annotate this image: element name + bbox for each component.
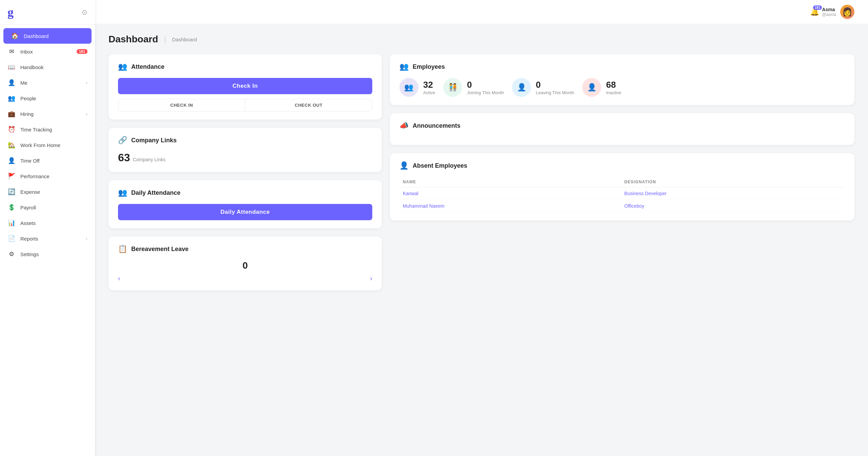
inactive-stat-label: Inactive [606,90,621,95]
active-stat-label: Active [423,90,435,95]
handbook-icon: 📖 [7,63,16,71]
company-links-count: 63 [118,151,130,164]
announcements-header: 📣 Announcements [399,121,845,130]
breadcrumb-separator: | [164,36,166,43]
announcements-icon: 📣 [399,121,409,130]
sidebar-item-dashboard[interactable]: 🏠 Dashboard [3,28,92,44]
dashboard-grid: 👥 Attendance Check In CHECK IN CHECK OUT… [108,54,854,290]
reports-icon: 📄 [7,235,16,242]
active-stat-info: 32 Active [423,80,435,95]
bereavement-icon: 📋 [118,245,127,253]
sidebar-item-time-off[interactable]: 👤 Time Off [0,153,95,168]
absent-icon: 👤 [399,161,409,170]
sidebar-item-inbox[interactable]: ✉ Inbox 181 [0,44,95,59]
time-off-icon: 👤 [7,157,16,164]
sidebar-label-dashboard: Dashboard [24,33,84,39]
sidebar-label-work-from-home: Work From Home [20,142,87,148]
gear-icon[interactable]: ⊙ [82,8,87,16]
daily-attendance-card: 👥 Daily Attendance Daily Attendance [108,180,382,228]
sidebar-label-hiring: Hiring [20,111,86,117]
avatar: 👩 [840,5,854,19]
inactive-stat-info: 68 Inactive [606,80,621,95]
absent-employee-designation[interactable]: Officeboy [621,200,845,212]
absent-employee-designation[interactable]: Business Developer [621,187,845,200]
emp-stat-inactive: 👤 68 Inactive [582,78,621,97]
leaving-stat-label: Leaving This Month [536,90,574,95]
sidebar-item-expense[interactable]: 🔄 Expense [0,184,95,200]
time-tracking-icon: ⏰ [7,126,16,133]
table-row: Muhammad Naeem Officeboy [399,200,845,212]
sidebar-label-payroll: Payroll [20,205,87,210]
sidebar-item-payroll[interactable]: 💲 Payroll [0,200,95,215]
active-stat-num: 32 [423,80,435,90]
work-from-home-icon: 🏡 [7,141,16,149]
checkout-tab[interactable]: CHECK OUT [245,99,372,111]
sidebar-item-work-from-home[interactable]: 🏡 Work From Home [0,137,95,153]
joining-stat-label: Joining This Month [467,90,504,95]
sidebar-label-time-tracking: Time Tracking [20,127,87,132]
notification-bell[interactable]: 🔔 181 [810,7,819,16]
sidebar-label-expense: Expense [20,189,87,195]
absent-employee-name[interactable]: Kanwal [399,187,621,200]
sidebar-item-me[interactable]: 👤 Me › [0,75,95,90]
sidebar-item-people[interactable]: 👥 People [0,90,95,106]
next-arrow-icon[interactable]: › [370,274,372,282]
announcements-card: 📣 Announcements [390,113,854,145]
left-column: 👥 Attendance Check In CHECK IN CHECK OUT… [108,54,382,290]
absent-employee-name[interactable]: Muhammad Naeem [399,200,621,212]
sidebar-item-settings[interactable]: ⚙ Settings [0,246,95,262]
daily-attendance-button[interactable]: Daily Attendance [118,204,372,220]
content-area: Dashboard | Dashboard 👥 Attendance Check… [95,24,868,456]
main-area: 🔔 181 Asma @asma 👩 Dashboard | Dashboard [95,0,868,456]
dashboard-icon: 🏠 [11,32,19,40]
sidebar-label-me: Me [20,80,86,86]
bereavement-arrows: ‹ › [118,271,372,282]
active-stat-icon: 👥 [399,78,418,97]
me-icon: 👤 [7,79,16,86]
sidebar-label-settings: Settings [20,251,87,257]
sidebar-item-hiring[interactable]: 💼 Hiring › [0,106,95,122]
bereavement-card: 📋 Bereavement Leave 0 ‹ › [108,236,382,290]
company-links-header: 🔗 Company Links [118,136,372,145]
joining-stat-icon: 🧑‍🤝‍🧑 [443,78,462,97]
employees-header: 👥 Employees [399,62,845,71]
sidebar-label-assets: Assets [20,220,87,226]
page-header: Dashboard | Dashboard [108,34,854,45]
absent-col-name: NAME [399,177,621,187]
absent-table-body: Kanwal Business Developer Muhammad Naeem… [399,187,845,212]
absent-employees-title: Absent Employees [413,162,467,169]
user-menu[interactable]: Asma @asma 👩 [822,5,854,19]
expense-icon: 🔄 [7,188,16,195]
inactive-stat-icon: 👤 [582,78,601,97]
topbar: 🔔 181 Asma @asma 👩 [95,0,868,24]
sidebar-item-assets[interactable]: 📊 Assets [0,215,95,231]
checkin-tab[interactable]: CHECK IN [118,99,245,111]
checkin-button[interactable]: Check In [118,78,372,94]
emp-stat-joining: 🧑‍🤝‍🧑 0 Joining This Month [443,78,504,97]
absent-col-designation: DESIGNATION [621,177,845,187]
sidebar-item-reports[interactable]: 📄 Reports › [0,231,95,246]
chevron-icon-hiring: › [86,111,87,117]
sidebar-item-handbook[interactable]: 📖 Handbook [0,59,95,75]
sidebar-item-performance[interactable]: 🚩 Performance [0,168,95,184]
absent-table: NAME DESIGNATION Kanwal Business Develop… [399,177,845,212]
sidebar-label-performance: Performance [20,173,87,179]
absent-employees-card: 👤 Absent Employees NAME DESIGNATION Kanw… [390,153,854,221]
attendance-icon: 👥 [118,62,127,71]
emp-stat-leaving: 👤 0 Leaving This Month [512,78,574,97]
prev-arrow-icon[interactable]: ‹ [118,274,120,282]
chevron-icon-reports: › [86,236,87,241]
table-row: Kanwal Business Developer [399,187,845,200]
employees-icon: 👥 [399,62,409,71]
emp-stat-active: 👥 32 Active [399,78,435,97]
company-links-card: 🔗 Company Links 63 Company Links [108,128,382,172]
company-links-label: Company Links [133,157,166,162]
sidebar-item-time-tracking[interactable]: ⏰ Time Tracking [0,122,95,137]
sidebar-label-reports: Reports [20,236,86,242]
sidebar: g ⊙ 🏠 Dashboard ✉ Inbox 181 📖 Handbook 👤… [0,0,95,456]
employees-title: Employees [413,63,445,70]
employees-card: 👥 Employees 👥 32 Active 🧑‍🤝‍🧑 0 Joining … [390,54,854,105]
people-icon: 👥 [7,95,16,102]
daily-attendance-title: Daily Attendance [131,189,180,196]
user-name: Asma [822,7,836,12]
